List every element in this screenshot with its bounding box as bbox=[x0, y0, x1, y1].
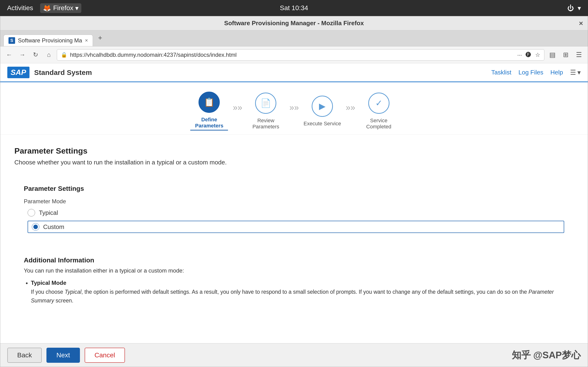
firefox-icon: 🦊 bbox=[43, 4, 51, 12]
bookmark-icon[interactable]: ☆ bbox=[535, 52, 540, 58]
back-icon: ← bbox=[6, 51, 12, 58]
step-circle-review-parameters: 📄 bbox=[255, 92, 276, 114]
power-icon[interactable]: ⏻ bbox=[567, 4, 574, 12]
help-link[interactable]: Help bbox=[551, 69, 563, 76]
reload-button[interactable]: ↻ bbox=[30, 50, 41, 60]
toolbar-right: ▤ ⊞ ☰ bbox=[547, 50, 584, 60]
reload-icon: ↻ bbox=[33, 51, 38, 58]
browser-close-button[interactable]: × bbox=[579, 19, 583, 27]
footer: Back Next Cancel 知乎 @SAP梦心 bbox=[0, 343, 588, 367]
watermark: 知乎 @SAP梦心 bbox=[512, 349, 581, 362]
topbar-dropdown-icon[interactable]: ▾ bbox=[578, 4, 581, 12]
step-review-parameters: 📄 Review Parameters bbox=[247, 92, 285, 130]
forward-icon: → bbox=[19, 51, 26, 58]
page-title: Parameter Settings bbox=[14, 146, 574, 156]
additional-info-section: Additional Information You can run the i… bbox=[14, 250, 574, 316]
tasklist-link[interactable]: Tasklist bbox=[491, 69, 511, 76]
tab-label: Software Provisioning Ma bbox=[18, 37, 82, 44]
step-icon-review-parameters: 📄 bbox=[261, 98, 271, 108]
browser-title: Software Provisioning Manager - Mozilla … bbox=[224, 20, 364, 27]
lock-icon: 🔒 bbox=[61, 52, 67, 58]
progress-steps: 📋 Define Parameters »» 📄 Review Paramete… bbox=[14, 92, 574, 134]
sap-menu-dropdown-icon: ▾ bbox=[577, 68, 581, 76]
info-list: Typical Mode If you choose Typical, the … bbox=[31, 280, 564, 305]
forward-button[interactable]: → bbox=[17, 50, 28, 60]
parameter-mode-label: Parameter Mode bbox=[24, 198, 564, 205]
browser-titlebar: Software Provisioning Manager - Mozilla … bbox=[0, 16, 588, 30]
step-circle-execute-service: ▶ bbox=[312, 96, 333, 117]
radio-custom-label: Custom bbox=[43, 223, 64, 231]
firefox-label: Firefox bbox=[53, 4, 73, 12]
back-button[interactable]: Back bbox=[7, 348, 42, 363]
sap-menu-button[interactable]: ☰ ▾ bbox=[570, 68, 581, 76]
sidebar-button[interactable]: ⊞ bbox=[560, 50, 571, 60]
step-define-parameters: 📋 Define Parameters bbox=[190, 92, 228, 131]
step-label-review-parameters: Review Parameters bbox=[247, 117, 285, 130]
log-files-link[interactable]: Log Files bbox=[519, 69, 544, 76]
url-bar[interactable]: 🔒 https://vhcalhdbdb.dummy.nodomain:4237… bbox=[57, 49, 544, 60]
additional-info-title: Additional Information bbox=[24, 257, 564, 264]
browser-tabbar: S Software Provisioning Ma × + bbox=[0, 30, 588, 46]
browser-window: Software Provisioning Manager - Mozilla … bbox=[0, 16, 588, 367]
back-button[interactable]: ← bbox=[4, 50, 14, 60]
radio-custom[interactable]: Custom bbox=[28, 221, 564, 233]
radio-typical[interactable]: Typical bbox=[28, 209, 564, 217]
step-service-completed: ✓ Service Completed bbox=[360, 92, 398, 130]
step-execute-service: ▶ Execute Service bbox=[304, 96, 341, 127]
firefox-dropdown-icon: ▾ bbox=[75, 4, 78, 12]
os-topbar-left: Activities 🦊 Firefox ▾ bbox=[7, 3, 81, 13]
typical-mode-title: Typical Mode bbox=[31, 280, 564, 286]
radio-custom-input[interactable] bbox=[32, 223, 39, 231]
sap-header: SAP Standard System Tasklist Log Files H… bbox=[0, 63, 588, 82]
activities-label[interactable]: Activities bbox=[7, 4, 33, 12]
os-clock: Sat 10:34 bbox=[280, 4, 308, 12]
sap-system-name: Standard System bbox=[34, 68, 92, 76]
pocket-icon[interactable]: 🅟 bbox=[526, 52, 531, 58]
new-tab-button[interactable]: + bbox=[95, 32, 106, 44]
browser-toolbar: ← → ↻ ⌂ 🔒 https://vhcalhdbdb.dummy.nodom… bbox=[0, 46, 588, 63]
home-icon: ⌂ bbox=[47, 51, 51, 58]
step-arrow-2: »» bbox=[289, 103, 299, 120]
url-icons: ··· 🅟 ☆ bbox=[517, 52, 540, 58]
radio-typical-input[interactable] bbox=[28, 209, 35, 217]
main-content: Parameter Settings Choose whether you wa… bbox=[0, 134, 588, 343]
os-topbar-right: ⏻ ▾ bbox=[567, 4, 581, 12]
firefox-button[interactable]: 🦊 Firefox ▾ bbox=[40, 3, 81, 13]
home-button[interactable]: ⌂ bbox=[44, 50, 54, 60]
step-icon-execute-service: ▶ bbox=[319, 101, 326, 111]
additional-info-subtitle: You can run the installation either in a… bbox=[24, 267, 564, 274]
sap-menu-icon: ☰ bbox=[570, 68, 576, 76]
more-options-icon[interactable]: ··· bbox=[517, 52, 522, 58]
page-subtitle: Choose whether you want to run the insta… bbox=[14, 159, 574, 166]
parameter-mode-radio-group: Typical Custom bbox=[28, 209, 564, 233]
sap-logo: SAP bbox=[7, 67, 29, 78]
sap-nav-right: Tasklist Log Files Help ☰ ▾ bbox=[491, 68, 581, 76]
os-topbar: Activities 🦊 Firefox ▾ Sat 10:34 ⏻ ▾ bbox=[0, 0, 588, 16]
step-label-define-parameters: Define Parameters bbox=[190, 117, 228, 131]
parameter-settings-title: Parameter Settings bbox=[24, 185, 564, 192]
info-list-item-typical: Typical Mode If you choose Typical, the … bbox=[31, 280, 564, 305]
typical-mode-text: If you choose Typical, the option is per… bbox=[31, 288, 564, 305]
next-button[interactable]: Next bbox=[46, 348, 80, 363]
step-circle-service-completed: ✓ bbox=[368, 92, 390, 114]
cancel-button[interactable]: Cancel bbox=[85, 348, 125, 363]
reader-view-button[interactable]: ▤ bbox=[547, 50, 558, 60]
parameter-settings-section: Parameter Settings Parameter Mode Typica… bbox=[14, 178, 574, 240]
menu-button[interactable]: ☰ bbox=[574, 50, 584, 60]
step-arrow-3: »» bbox=[346, 103, 355, 120]
step-icon-service-completed: ✓ bbox=[375, 98, 383, 108]
step-arrow-1: »» bbox=[233, 103, 242, 120]
step-label-service-completed: Service Completed bbox=[360, 117, 398, 130]
progress-bar-section: 📋 Define Parameters »» 📄 Review Paramete… bbox=[0, 82, 588, 134]
step-label-execute-service: Execute Service bbox=[304, 121, 341, 127]
url-text: https://vhcalhdbdb.dummy.nodomain:4237/s… bbox=[70, 52, 237, 58]
step-circle-define-parameters: 📋 bbox=[198, 92, 220, 113]
browser-tab-active[interactable]: S Software Provisioning Ma × bbox=[4, 35, 93, 46]
step-icon-define-parameters: 📋 bbox=[204, 97, 214, 107]
tab-close-button[interactable]: × bbox=[85, 37, 88, 44]
radio-typical-label: Typical bbox=[39, 209, 58, 217]
tab-favicon: S bbox=[9, 37, 15, 44]
